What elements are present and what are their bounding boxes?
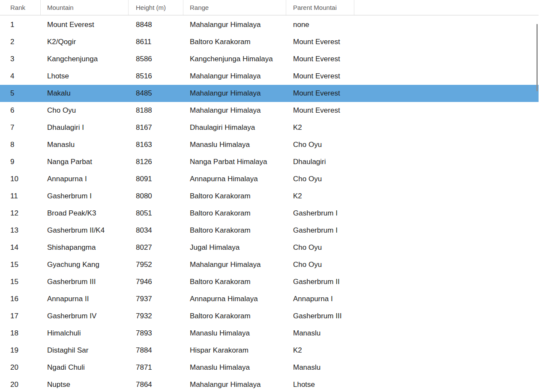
column-header-label: Mountain [47,4,74,11]
cell-height: 8485 [129,85,183,102]
table-header-row: Rank Mountain Height (m) Range Parent Mo… [0,0,539,15]
cell-rank: 4 [0,68,41,85]
cell-mountain: Gasherbrum III [41,273,129,290]
cell-mountain: Shishapangma [41,239,129,256]
column-header-label: Range [190,4,209,11]
table-body: 1Mount Everest8848Mahalangur Himalayanon… [0,16,542,392]
cell-parent: Gasherbrum I [286,205,354,222]
cell-mountain: K2/Qogir [41,33,129,51]
cell-range: Baltoro Karakoram [183,222,286,239]
cell-height: 7932 [129,308,183,325]
table-row[interactable]: 20Nuptse7864Mahalangur HimalayaLhotse [0,376,539,392]
column-header-rank[interactable]: Rank [0,0,41,15]
cell-mountain: Mount Everest [41,16,129,33]
cell-mountain: Broad Peak/K3 [41,205,129,222]
cell-rank: 20 [0,376,41,392]
cell-parent: Mount Everest [286,85,354,102]
table-row[interactable]: 10Annapurna I8091Annapurna HimalayaCho O… [0,171,539,188]
cell-range: Mahalangur Himalaya [183,16,286,33]
cell-rank: 15 [0,256,41,273]
cell-rank: 16 [0,290,41,308]
cell-height: 7893 [129,325,183,342]
cell-rank: 10 [0,171,41,188]
cell-range: Manaslu Himalaya [183,325,286,342]
cell-mountain: Distaghil Sar [41,342,129,359]
cell-mountain: Gasherbrum IV [41,308,129,325]
cell-mountain: Gyachung Kang [41,256,129,273]
table-row[interactable]: 7Dhaulagiri I8167Dhaulagiri HimalayaK2 [0,119,539,136]
cell-range: Baltoro Karakoram [183,188,286,205]
table-row[interactable]: 13Gasherbrum II/K48034Baltoro KarakoramG… [0,222,539,239]
table-row[interactable]: 16Annapurna II7937Annapurna HimalayaAnna… [0,290,539,308]
table-row-selected[interactable]: 5Makalu8485Mahalangur HimalayaMount Ever… [0,85,539,102]
cell-parent: Dhaulagiri [286,153,354,171]
cell-height: 8091 [129,171,183,188]
cell-range: Manaslu Himalaya [183,136,286,153]
cell-parent: Manaslu [286,359,354,376]
cell-height: 7952 [129,256,183,273]
cell-parent: Mount Everest [286,51,354,68]
cell-parent: Cho Oyu [286,171,354,188]
cell-height: 8516 [129,68,183,85]
cell-parent: none [286,16,354,33]
cell-rank: 2 [0,33,41,51]
column-header-label: Height (m) [136,4,166,11]
table-row[interactable]: 1Mount Everest8848Mahalangur Himalayanon… [0,16,539,33]
column-header-height[interactable]: Height (m) [129,0,183,15]
cell-height: 8051 [129,205,183,222]
table-row[interactable]: 20Ngadi Chuli7871Manaslu HimalayaManaslu [0,359,539,376]
cell-range: Mahalangur Himalaya [183,102,286,119]
cell-height: 7864 [129,376,183,392]
cell-rank: 12 [0,205,41,222]
table-row[interactable]: 12Broad Peak/K38051Baltoro KarakoramGash… [0,205,539,222]
cell-rank: 13 [0,222,41,239]
table-row[interactable]: 8Manaslu8163Manaslu HimalayaCho Oyu [0,136,539,153]
cell-height: 8188 [129,102,183,119]
table-row[interactable]: 17Gasherbrum IV7932Baltoro KarakoramGash… [0,308,539,325]
table-row[interactable]: 19Distaghil Sar7884Hispar KarakoramK2 [0,342,539,359]
cell-height: 7946 [129,273,183,290]
cell-mountain: Gasherbrum I [41,188,129,205]
cell-rank: 17 [0,308,41,325]
cell-mountain: Dhaulagiri I [41,119,129,136]
cell-rank: 6 [0,102,41,119]
column-header-mountain[interactable]: Mountain [41,0,129,15]
cell-rank: 3 [0,51,41,68]
cell-rank: 18 [0,325,41,342]
cell-range: Annapurna Himalaya [183,171,286,188]
cell-range: Hispar Karakoram [183,342,286,359]
cell-parent: Annapurna I [286,290,354,308]
cell-mountain: Himalchuli [41,325,129,342]
cell-parent: Gasherbrum I [286,222,354,239]
table-row[interactable]: 15Gasherbrum III7946Baltoro KarakoramGas… [0,273,539,290]
cell-rank: 8 [0,136,41,153]
cell-parent: Cho Oyu [286,256,354,273]
vertical-scrollbar-thumb[interactable] [536,24,538,91]
cell-range: Baltoro Karakoram [183,205,286,222]
table-row[interactable]: 3Kangchenjunga8586Kangchenjunga Himalaya… [0,51,539,68]
cell-rank: 11 [0,188,41,205]
table-row[interactable]: 11Gasherbrum I8080Baltoro KarakoramK2 [0,188,539,205]
cell-mountain: Lhotse [41,68,129,85]
mountains-datagrid: Rank Mountain Height (m) Range Parent Mo… [0,0,542,392]
cell-range: Mahalangur Himalaya [183,68,286,85]
table-row[interactable]: 15Gyachung Kang7952Mahalangur HimalayaCh… [0,256,539,273]
cell-mountain: Makalu [41,85,129,102]
cell-mountain: Manaslu [41,136,129,153]
table-row[interactable]: 9Nanga Parbat8126Nanga Parbat HimalayaDh… [0,153,539,171]
table-row[interactable]: 2K2/Qogir8611Baltoro KarakoramMount Ever… [0,33,539,51]
cell-parent: Gasherbrum II [286,273,354,290]
cell-height: 8611 [129,33,183,51]
table-row[interactable]: 4Lhotse8516Mahalangur HimalayaMount Ever… [0,68,539,85]
cell-range: Mahalangur Himalaya [183,85,286,102]
table-row[interactable]: 18Himalchuli7893Manaslu HimalayaManaslu [0,325,539,342]
table-row[interactable]: 6Cho Oyu8188Mahalangur HimalayaMount Eve… [0,102,539,119]
cell-height: 8080 [129,188,183,205]
cell-parent: K2 [286,188,354,205]
cell-range: Nanga Parbat Himalaya [183,153,286,171]
column-header-parent[interactable]: Parent Mountai [286,0,354,15]
cell-parent: Mount Everest [286,33,354,51]
column-header-range[interactable]: Range [183,0,286,15]
cell-parent: Cho Oyu [286,239,354,256]
table-row[interactable]: 14Shishapangma8027Jugal HimalayaCho Oyu [0,239,539,256]
